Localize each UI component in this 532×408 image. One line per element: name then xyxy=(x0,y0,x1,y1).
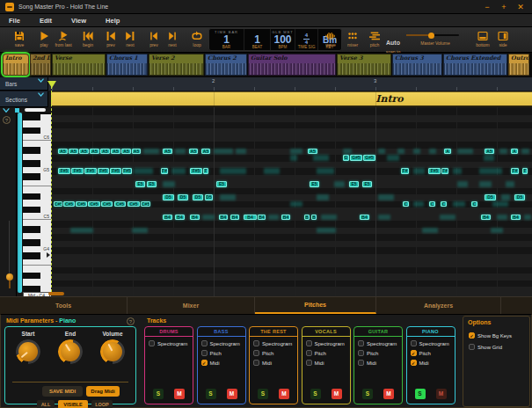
ghost-note[interactable] xyxy=(175,149,186,155)
ghost-note[interactable] xyxy=(378,194,394,200)
black-key[interactable] xyxy=(23,173,51,180)
ghost-note[interactable] xyxy=(440,215,455,221)
ghost-note[interactable] xyxy=(413,201,424,208)
checkbox-show-grid[interactable] xyxy=(469,344,475,350)
midi-note[interactable]: A5 xyxy=(189,149,198,155)
transport-loop-button[interactable]: loop xyxy=(186,30,208,47)
transport-from-last-button[interactable]: from last xyxy=(53,30,74,47)
midi-note[interactable]: C#5 xyxy=(88,201,100,208)
midi-note[interactable]: F#5 xyxy=(110,168,121,174)
black-key[interactable] xyxy=(23,286,51,293)
ghost-note[interactable] xyxy=(343,149,352,155)
midi-note[interactable]: E5 xyxy=(362,181,372,187)
ghost-note[interactable] xyxy=(422,228,438,234)
horizontal-scrollbar[interactable] xyxy=(48,292,64,295)
midi-note[interactable]: B4 xyxy=(175,215,185,221)
midi-note[interactable]: D5 xyxy=(178,194,188,200)
ghost-note[interactable] xyxy=(290,155,297,161)
ghost-note[interactable] xyxy=(479,168,502,174)
transport-prev-button[interactable]: prev xyxy=(100,30,121,47)
midi-note[interactable]: E5 xyxy=(135,181,145,187)
midi-note[interactable]: A5 xyxy=(201,149,210,155)
piano-roll[interactable]: ? C6G5C5G4Mid - C4 A5A5A5A5A5A5A5A5A5A5A… xyxy=(0,107,532,296)
white-key[interactable] xyxy=(23,220,51,227)
black-key[interactable] xyxy=(23,193,51,200)
midi-note[interactable]: E5 xyxy=(147,181,157,187)
midi-note[interactable]: B4 xyxy=(244,215,257,221)
knob-start[interactable]: Start xyxy=(9,331,47,364)
help-icon[interactable]: ? xyxy=(3,116,11,124)
ghost-note[interactable] xyxy=(220,194,236,200)
midi-note[interactable]: A5 xyxy=(111,149,120,155)
midi-note[interactable]: F#5 xyxy=(428,168,441,174)
ghost-note[interactable] xyxy=(70,228,93,234)
dock-bottom-button[interactable]: bottom xyxy=(472,30,493,47)
midi-note[interactable]: D5 xyxy=(485,194,496,200)
transport-next-button[interactable]: next xyxy=(120,30,141,47)
bars-chevron-icon[interactable] xyxy=(37,77,45,84)
ghost-note[interactable] xyxy=(171,168,186,174)
midi-note[interactable]: B xyxy=(304,215,310,221)
midi-note[interactable]: F#5 xyxy=(71,168,84,174)
black-key[interactable] xyxy=(23,114,51,121)
white-key[interactable] xyxy=(23,266,51,273)
range-visible-button[interactable]: VISIBLE xyxy=(58,400,88,408)
white-key[interactable] xyxy=(23,279,51,286)
midi-note[interactable]: A5 xyxy=(308,149,317,155)
maximize-button[interactable]: + xyxy=(498,1,510,13)
menu-edit[interactable]: Edit xyxy=(40,17,52,25)
ghost-note[interactable] xyxy=(453,201,465,208)
solo-button[interactable]: S xyxy=(362,389,373,399)
midi-note[interactable]: D5 xyxy=(193,194,203,200)
ghost-note[interactable] xyxy=(497,215,507,221)
bar-display[interactable]: TIME BAR 1 BAR xyxy=(209,29,244,50)
white-key[interactable] xyxy=(23,200,51,207)
midi-note[interactable]: D5 xyxy=(205,194,213,200)
white-key[interactable] xyxy=(23,233,51,240)
overview-segment[interactable]: Verse xyxy=(52,54,106,76)
midi-note[interactable]: G#5 xyxy=(363,155,375,161)
midi-note[interactable]: F# xyxy=(401,168,409,174)
ghost-note[interactable] xyxy=(134,168,153,174)
midi-note[interactable]: C xyxy=(403,201,409,208)
tab-mixer[interactable]: Mixer xyxy=(128,297,255,314)
volume-knob[interactable] xyxy=(100,339,125,364)
ghost-note[interactable] xyxy=(492,201,508,208)
solo-button[interactable]: S xyxy=(415,389,426,399)
midi-note[interactable]: C xyxy=(429,201,435,208)
overview-segment[interactable]: Outro xyxy=(508,54,529,76)
midi-note[interactable]: B4 xyxy=(163,215,172,221)
midi-note[interactable]: B4 xyxy=(190,215,200,221)
midi-note[interactable]: C#5 xyxy=(128,201,140,208)
overview-segment[interactable]: Verse 2 xyxy=(149,54,204,76)
midi-note[interactable]: C xyxy=(441,201,447,208)
overview-segment[interactable]: Intro xyxy=(3,54,29,76)
black-key[interactable] xyxy=(23,239,51,246)
white-key[interactable] xyxy=(23,180,51,187)
tab-pitches[interactable]: Pitches xyxy=(255,297,376,314)
ghost-note[interactable] xyxy=(268,215,279,221)
solo-button[interactable]: S xyxy=(310,389,321,399)
snap-to-control[interactable]: Auto snap to xyxy=(380,33,406,55)
ghost-note[interactable] xyxy=(290,201,302,208)
ghost-note[interactable] xyxy=(264,168,280,174)
volume-knob[interactable] xyxy=(428,33,434,39)
close-button[interactable]: ✕ xyxy=(514,1,527,13)
keyboard-mini-scrollbar[interactable] xyxy=(25,108,46,112)
ghost-note[interactable] xyxy=(334,181,345,187)
ghost-note[interactable] xyxy=(524,215,531,221)
note-grid[interactable]: A5A5A5A5A5A5A5A5A5A5A5A5AA5AGG#5G#5F#5F#… xyxy=(51,107,532,296)
song-overview-strip[interactable]: Intro2nd IntroVerseChorus 1Verse 2Chorus… xyxy=(0,53,532,77)
current-section-band[interactable]: Intro xyxy=(51,91,532,107)
knob-end[interactable]: End xyxy=(51,331,90,364)
midi-note[interactable]: A xyxy=(444,149,451,155)
checkbox-spectrogram[interactable] xyxy=(411,340,417,346)
midi-note[interactable]: B4 xyxy=(511,215,521,221)
overview-segment[interactable]: Chorus 2 xyxy=(205,54,247,76)
playhead-line[interactable] xyxy=(51,82,52,292)
midi-note[interactable]: F xyxy=(522,168,528,174)
midi-note[interactable]: B4 xyxy=(230,215,239,221)
midi-note[interactable]: A5 xyxy=(121,149,131,155)
range-loop-button[interactable]: LOOP xyxy=(91,400,113,408)
ghost-note[interactable] xyxy=(317,228,336,234)
